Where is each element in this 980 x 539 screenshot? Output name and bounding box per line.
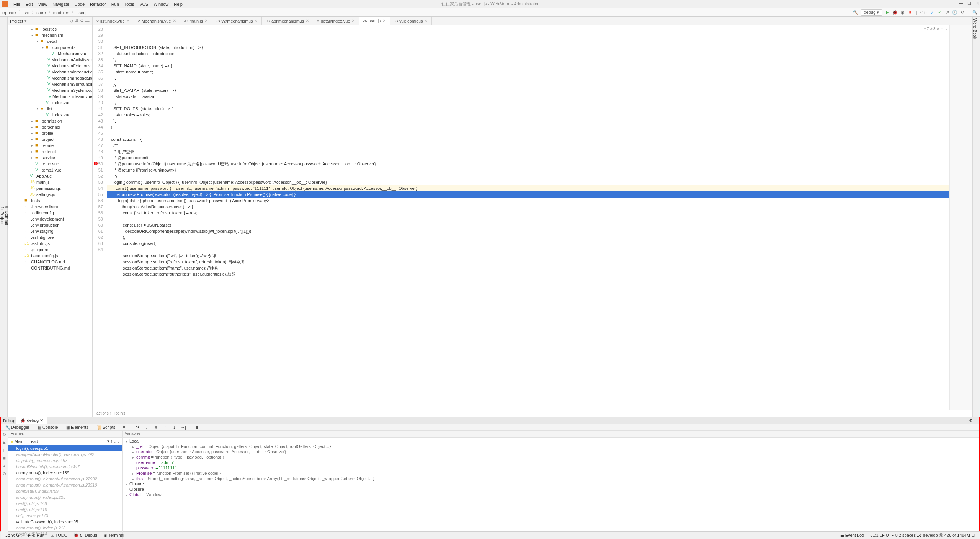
tree-item[interactable]: ·CHANGELOG.md (8, 259, 92, 265)
frame-item[interactable]: anonymous(), element-ui.common.js:22992 (8, 476, 122, 482)
tree-item[interactable]: ▸■project (8, 136, 92, 142)
tree-item[interactable]: ▸■redirect (8, 149, 92, 155)
var-item[interactable]: ▸Closure (123, 487, 978, 492)
tree-item[interactable]: ·CONTRIBUTING.md (8, 265, 92, 271)
tree-item[interactable]: ▸■profile (8, 130, 92, 136)
menu-tools[interactable]: Tools (122, 2, 137, 7)
breadcrumb-item[interactable]: store (36, 10, 46, 15)
run-config-dropdown[interactable]: debug ▾ (861, 9, 883, 16)
tree-item[interactable]: VMechanism.vue (8, 51, 92, 57)
frame-item[interactable]: next(), util.js:116 (8, 506, 122, 513)
git-update-icon[interactable]: ↙ (929, 10, 934, 15)
frames-list[interactable]: login(), user.js:51wrappedActionHandler(… (8, 445, 122, 539)
var-item[interactable]: ▸Global = Window (123, 492, 978, 497)
var-item[interactable]: ▾Local (123, 438, 978, 444)
minimize-button[interactable]: — (956, 1, 962, 6)
editor-tab[interactable]: JSuser.js✕ (359, 17, 390, 25)
debug-session-tab[interactable]: 🐞 debug ✕ (16, 417, 47, 424)
tab-wordbook[interactable]: Word Book (973, 18, 977, 416)
tree-item[interactable]: VMechanismTeam.vue (8, 93, 92, 100)
frame-item[interactable]: wrappedActionHandler(), vuex.esm.js:792 (8, 451, 122, 457)
git-rollback-icon[interactable]: ↺ (960, 10, 965, 15)
tree-item[interactable]: VApp.vue (8, 173, 92, 179)
breadcrumb-item[interactable]: modules (53, 10, 69, 15)
step-over-icon[interactable]: ↷ (135, 425, 140, 430)
tree-item[interactable]: ▸■permission (8, 118, 92, 124)
tree-item[interactable]: ·.env.development (8, 216, 92, 222)
var-item[interactable]: username = "admin" (123, 460, 978, 465)
search-icon[interactable]: 🔍 (972, 10, 978, 15)
breadcrumb-item[interactable]: src (24, 10, 29, 15)
git-push-icon[interactable]: ↗ (944, 10, 950, 15)
menu-navigate[interactable]: Navigate (50, 2, 72, 7)
status-todo[interactable]: ☑ TODO (47, 533, 70, 538)
maximize-button[interactable]: ☐ (965, 1, 970, 6)
project-tree[interactable]: ▸■logistics▾■mechanism▾■detail▾■componen… (8, 25, 92, 416)
tree-item[interactable]: Vindex.vue (8, 112, 92, 118)
tree-item[interactable]: Vtemp.vue (8, 161, 92, 167)
git-commit-icon[interactable]: ✓ (937, 10, 942, 15)
hide-icon[interactable]: — (85, 19, 90, 23)
frame-item[interactable]: anonymous(), index.js:225 (8, 494, 122, 500)
subtab-debugger[interactable]: 🔧 Debugger (3, 424, 32, 430)
frame-item[interactable]: dispatch(), vuex.esm.js:457 (8, 457, 122, 464)
subtab-scripts[interactable]: 📜 Scripts (95, 424, 118, 430)
step-out-icon[interactable]: ↑ (162, 425, 168, 430)
status-debug[interactable]: 🐞 5: Debug (70, 533, 100, 538)
debug-settings-icon[interactable]: ⚙ (969, 418, 973, 423)
debug-hide-icon[interactable]: — (973, 418, 977, 423)
var-item[interactable]: ▸this = Store {_committing: false, _acti… (123, 476, 978, 481)
tree-item[interactable]: ▾■detail (8, 38, 92, 44)
run-to-cursor-icon[interactable]: →| (181, 425, 186, 430)
tree-item[interactable]: JSbabel.config.js (8, 253, 92, 259)
code-editor[interactable]: ⚠7 ⚠3 ✕ ⌃ ⌄ SET_INTRODUCTION: (state, in… (107, 25, 949, 410)
step-into-icon[interactable]: ↓ (144, 425, 149, 430)
menu-help[interactable]: Help (171, 2, 185, 7)
line-gutter[interactable]: 2829303132333435363738394041424344454647… (93, 25, 107, 410)
rerun-icon[interactable]: ↻ (3, 432, 6, 437)
editor-tab[interactable]: JSvue.config.js✕ (390, 17, 432, 25)
status-run[interactable]: ▶ 4: Run (24, 533, 47, 538)
tree-item[interactable]: Vindex.vue (8, 100, 92, 106)
evaluate-icon[interactable]: 🖩 (194, 425, 199, 430)
tree-item[interactable]: VMechanismActivity.vue (8, 57, 92, 63)
tree-item[interactable]: JSsettings.js (8, 191, 92, 198)
build-icon[interactable]: 🔨 (853, 10, 858, 15)
tree-item[interactable]: ·.env.staging (8, 228, 92, 234)
minimap[interactable] (949, 25, 972, 410)
status-info[interactable]: 51:1 LF UTF-8 2 spaces ⎇ develop ⓖ 426 o… (867, 532, 978, 538)
menu-edit[interactable]: Edit (23, 2, 36, 7)
subtab-elements[interactable]: ▦ Elements (64, 424, 91, 430)
tree-item[interactable]: VMechanismExterior.vue (8, 63, 92, 69)
settings-icon[interactable]: ⚙ (79, 18, 85, 23)
tree-item[interactable]: VMechanismPropaganda.vue (8, 75, 92, 81)
var-item[interactable]: password = "111111" (123, 465, 978, 470)
tree-item[interactable]: ·.gitignore (8, 247, 92, 253)
editor-tab[interactable]: Vlist\index.vue✕ (93, 17, 134, 25)
threads-icon[interactable]: ≡ (121, 425, 127, 430)
debug-icon[interactable]: 🐞 (892, 10, 898, 15)
status-git[interactable]: ⎇ 9: Git (2, 533, 24, 538)
tree-item[interactable]: Vtemp1.vue (8, 167, 92, 173)
thread-selector[interactable]: ● Main Thread ▾ ↑ ↓ ⏛ (8, 438, 122, 445)
stop-icon[interactable]: ■ (908, 10, 913, 15)
menu-code[interactable]: Code (72, 2, 87, 7)
tree-item[interactable]: ▸■tests (8, 198, 92, 204)
tree-item[interactable]: VMechanismSurrounding.vue (8, 81, 92, 87)
view-breakpoints-icon[interactable]: ● (3, 464, 6, 468)
mute-breakpoints-icon[interactable]: ⊘ (3, 471, 6, 476)
editor-tab[interactable]: Vdetail\index.vue✕ (313, 17, 359, 25)
tree-item[interactable]: VMechanismSystem.vue (8, 87, 92, 93)
frame-item[interactable]: boundDispatch(), vuex.esm.js:347 (8, 464, 122, 470)
menu-vcs[interactable]: VCS (137, 2, 151, 7)
resume-icon[interactable]: ▶ (3, 440, 6, 445)
close-button[interactable]: ✕ (973, 1, 978, 6)
tree-item[interactable]: ·.browserslistrc (8, 204, 92, 210)
frame-item[interactable]: complete(), index.js:89 (8, 488, 122, 494)
tree-item[interactable]: JSmain.js (8, 179, 92, 185)
editor-tab[interactable]: JSmain.js✕ (180, 17, 212, 25)
frame-item[interactable]: cb(), index.js:173 (8, 513, 122, 519)
tree-item[interactable]: ▾■list (8, 106, 92, 112)
tree-item[interactable]: ·.eslintignore (8, 234, 92, 240)
coverage-icon[interactable]: ◉ (900, 10, 905, 15)
